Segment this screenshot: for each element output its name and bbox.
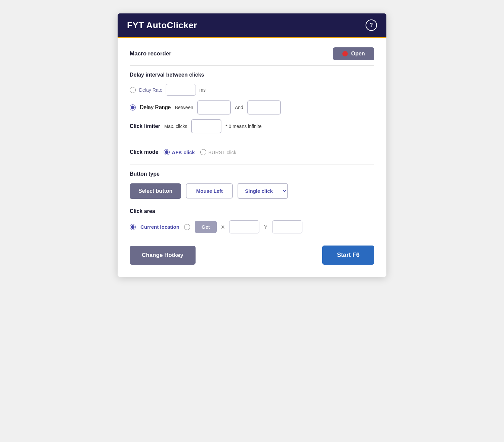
custom-location-radio[interactable] [184,224,190,230]
delay-rate-input[interactable]: 90 [166,84,196,96]
click-mode-label: Click mode [130,149,158,155]
app-title: FYT AutoClicker [127,20,197,31]
footer-row: Change Hotkey Start F6 [130,246,374,265]
afk-option: AFK click [164,149,195,155]
click-limiter-label: Click limiter [130,123,160,129]
delay-rate-radio[interactable] [130,87,136,93]
max-clicks-input[interactable]: 0 [191,119,221,133]
delay-range-label: Delay Range [140,104,171,110]
button-type-title: Button type [130,171,374,177]
change-hotkey-button[interactable]: Change Hotkey [130,246,196,265]
delay-range-max-input[interactable]: 210 [247,100,281,115]
afk-radio[interactable] [164,149,170,155]
open-macro-button[interactable]: Open [333,47,374,60]
app-window: FYT AutoClicker ? Macro recorder Open De… [118,13,386,277]
afk-label: AFK click [172,149,195,155]
select-button[interactable]: Select button [130,183,181,199]
delay-range-min-input[interactable]: 90 [197,100,231,115]
content-area: Macro recorder Open Delay interval betwe… [118,38,386,277]
delay-range-radio[interactable] [130,104,136,110]
current-location-radio[interactable] [130,224,136,230]
macro-recorder-row: Macro recorder Open [130,47,374,66]
burst-label: BURST click [208,149,237,155]
divider-2 [130,165,374,165]
macro-recorder-label: Macro recorder [130,50,171,57]
click-area-title: Click area [130,208,374,214]
and-label: And [235,105,243,110]
click-area-section: Click area Current location Get X 0 Y 0 [130,208,374,233]
delay-rate-unit: ms [199,87,206,93]
current-location-label: Current location [140,224,179,230]
delay-section: Delay interval between clicks Delay Rate… [130,72,374,133]
click-mode-section: Click mode AFK click BURST click [130,149,374,155]
x-label: X [221,224,224,230]
get-button[interactable]: Get [195,221,217,233]
y-label: Y [264,224,267,230]
y-coord-input[interactable]: 0 [272,220,302,233]
click-type-select[interactable]: Single click Double click Triple click [238,183,288,199]
record-dot-icon [342,51,348,56]
burst-radio[interactable] [200,149,206,155]
click-limiter-row: Click limiter Max. clicks 0 * 0 means in… [130,119,374,133]
click-area-row: Current location Get X 0 Y 0 [130,220,374,233]
button-type-section: Button type Select button Mouse Left Sin… [130,171,374,199]
delay-section-title: Delay interval between clicks [130,72,374,78]
open-button-label: Open [351,51,365,57]
divider-1 [130,143,374,143]
help-icon: ? [370,22,373,28]
max-clicks-label: Max. clicks [164,124,187,129]
x-coord-input[interactable]: 0 [229,220,259,233]
button-type-row: Select button Mouse Left Single click Do… [130,183,374,199]
click-mode-row: Click mode AFK click BURST click [130,149,374,155]
mouse-left-button[interactable]: Mouse Left [186,183,233,198]
delay-rate-row: Delay Rate 90 ms [130,84,374,96]
delay-range-row: Delay Range Between 90 And 210 [130,100,374,115]
between-label: Between [175,105,193,110]
burst-option: BURST click [200,149,237,155]
infinite-note: * 0 means infinite [225,124,261,129]
start-button[interactable]: Start F6 [322,246,374,265]
help-button[interactable]: ? [366,19,377,31]
header: FYT AutoClicker ? [118,13,386,38]
delay-rate-label: Delay Rate [139,87,162,93]
